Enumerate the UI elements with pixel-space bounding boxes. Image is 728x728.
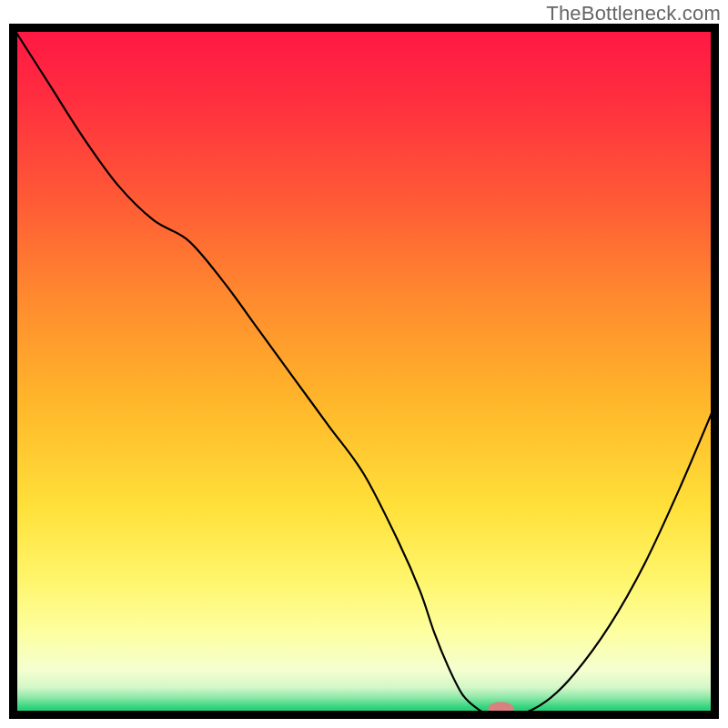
watermark-label: TheBottleneck.com bbox=[546, 2, 721, 25]
chart-container: TheBottleneck.com bbox=[0, 0, 728, 728]
bottleneck-chart bbox=[0, 0, 728, 728]
gradient-background bbox=[14, 28, 715, 715]
